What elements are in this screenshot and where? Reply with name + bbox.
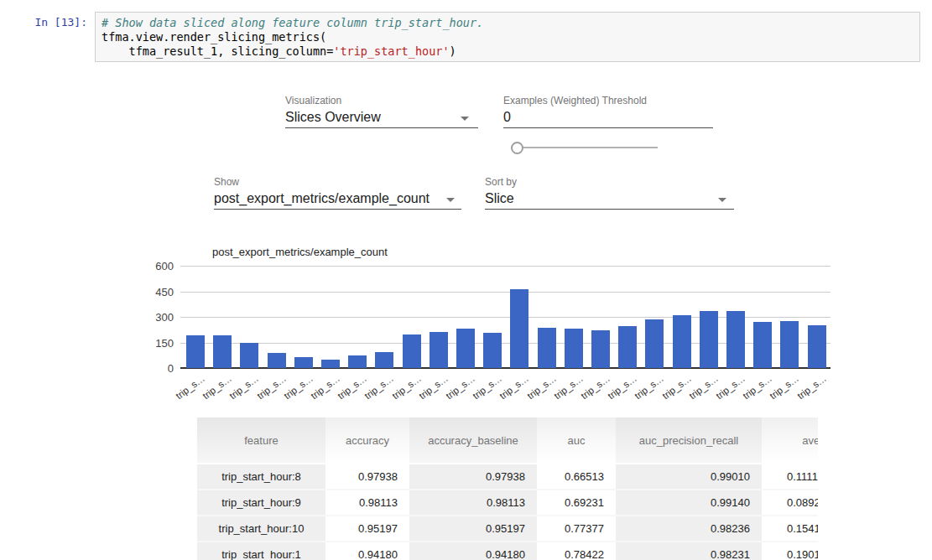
show-underline [214,209,461,210]
code-string: 'trip_start_hour' [333,44,449,58]
visualization-label: Visualization [285,95,341,106]
metric-cell: 0.94180 [325,541,409,560]
sort-by-underline [485,209,734,210]
code-comment: # Show data sliced along feature column … [102,16,483,29]
table-header-row: featureaccuracyaccuracy_baselineaucauc_p… [197,417,818,463]
column-header[interactable]: feature [197,417,325,463]
threshold-input[interactable]: 0 [503,110,511,125]
metric-cell: 0.1111 [762,463,818,489]
y-axis-tick: 600 [148,260,174,272]
y-axis-tick: 300 [148,311,174,324]
bar[interactable] [456,329,475,368]
threshold-slider-track[interactable] [517,147,658,148]
bar[interactable] [700,311,718,368]
metric-cell: 0.1541 [762,515,818,541]
metric-cell: 0.1901 [762,541,818,560]
column-header[interactable]: average_loss [762,417,818,463]
y-axis-tick: 0 [148,362,174,375]
metric-cell: 0.98113 [409,489,537,515]
metric-cell: 0.95197 [325,515,409,541]
bar[interactable] [673,315,691,368]
notebook-page: In [13]: # Show data sliced along featur… [0,0,932,560]
table-row[interactable]: trip_start_hour:100.951970.951970.773770… [197,515,818,541]
feature-cell: trip_start_hour:9 [197,489,325,515]
metric-cell: 0.98231 [616,541,762,560]
bar[interactable] [321,360,340,368]
y-axis-tick: 150 [148,337,174,350]
metric-cell: 0.97938 [409,463,537,489]
metric-cell: 0.95197 [409,515,537,541]
gridline [180,292,830,293]
feature-cell: trip_start_hour:10 [197,515,325,541]
metric-cell: 0.99140 [616,489,762,515]
bar[interactable] [268,353,286,368]
bar[interactable] [565,329,583,368]
column-header[interactable]: auc [537,417,616,463]
legend-swatch [186,246,206,257]
metric-cell: 0.99010 [616,463,762,489]
bar[interactable] [808,325,826,368]
column-header[interactable]: auc_precision_recall [616,417,762,463]
threshold-slider-thumb[interactable] [511,142,523,154]
code-line2: tfma.view.render_slicing_metrics( [102,30,326,44]
bar[interactable] [240,343,258,368]
show-dropdown[interactable]: post_export_metrics/example_count [214,191,430,206]
bar[interactable] [294,357,313,368]
bar[interactable] [591,330,610,368]
bar[interactable] [538,328,556,368]
cell-prompt: In [13]: [0,16,87,29]
bar[interactable] [348,355,367,368]
table-row[interactable]: trip_start_hour:90.981130.981130.692310.… [197,489,818,515]
caret-down-icon[interactable] [718,198,726,202]
legend-label: post_export_metrics/example_count [212,246,388,258]
gridline [180,266,830,267]
caret-down-icon[interactable] [446,198,455,202]
bar[interactable] [645,319,664,368]
show-label: Show [214,176,239,188]
code-line3: tfma_result_1, slicing_column='trip_star… [102,44,456,58]
sort-by-label: Sort by [485,176,517,188]
bar[interactable] [186,335,205,368]
code-text: # Show data sliced along feature column … [102,16,914,59]
code-cell[interactable]: # Show data sliced along feature column … [95,12,920,62]
metric-cell: 0.0892 [762,489,818,515]
bar[interactable] [375,352,393,368]
bar[interactable] [403,334,421,368]
metric-cell: 0.97938 [325,463,409,489]
sort-by-dropdown[interactable]: Slice [485,191,514,206]
metric-cell: 0.66513 [537,463,616,489]
metric-cell: 0.98236 [616,515,762,541]
metrics-table: featureaccuracyaccuracy_baselineaucauc_p… [197,417,818,560]
metric-cell: 0.78422 [537,541,616,560]
column-header[interactable]: accuracy [325,417,409,463]
caret-down-icon[interactable] [461,117,469,121]
metric-cell: 0.69231 [537,489,616,515]
table-row[interactable]: trip_start_hour:10.941800.941800.784220.… [197,541,818,560]
bar[interactable] [430,332,448,368]
feature-cell: trip_start_hour:1 [197,541,325,560]
table-row[interactable]: trip_start_hour:80.979380.979380.665130.… [197,463,818,489]
visualization-underline [285,127,478,128]
bar[interactable] [753,322,772,368]
visualization-dropdown[interactable]: Slices Overview [285,110,381,125]
feature-cell: trip_start_hour:8 [197,463,325,489]
threshold-underline [503,127,713,128]
bar[interactable] [213,335,232,368]
metric-cell: 0.77377 [537,515,616,541]
metric-cell: 0.98113 [325,489,409,515]
metric-cell: 0.94180 [409,541,537,560]
column-header[interactable]: accuracy_baseline [409,417,537,463]
bar[interactable] [483,333,502,368]
y-axis-tick: 450 [148,286,174,298]
bar[interactable] [510,289,528,368]
bar[interactable] [618,326,637,368]
metrics-table-wrap[interactable]: featureaccuracyaccuracy_baselineaucauc_p… [197,417,818,560]
bar[interactable] [780,321,799,368]
threshold-label: Examples (Weighted) Threshold [503,95,647,106]
bar[interactable] [726,311,745,368]
